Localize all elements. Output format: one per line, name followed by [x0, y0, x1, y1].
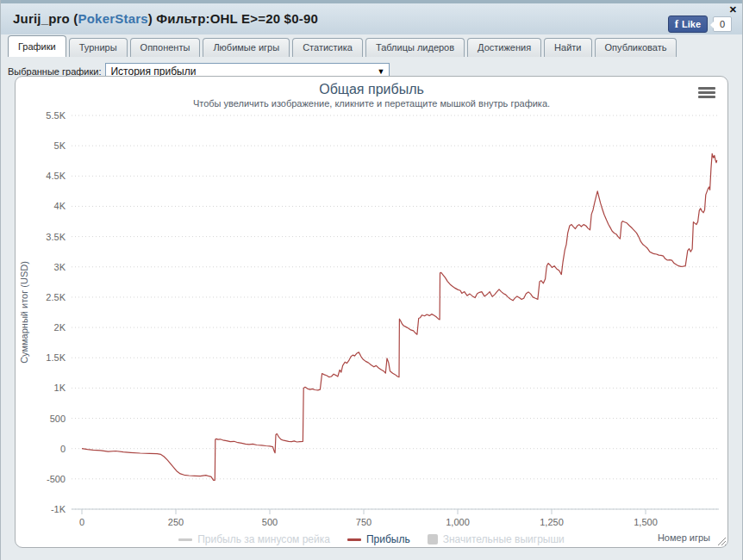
tab-strip: ГрафикиТурнирыОппонентыЛюбимые игрыСтати… [1, 34, 742, 57]
svg-text:-500: -500 [47, 474, 66, 484]
svg-text:750: 750 [356, 517, 372, 527]
chart-menu-icon[interactable] [698, 87, 715, 99]
svg-text:1K: 1K [54, 383, 66, 393]
close-icon[interactable]: ✕ [729, 5, 737, 15]
profit-chart-plot[interactable]: 5.5K5K4.5K4K3.5K3K2.5K2K1.5K1K5000-500-1… [16, 110, 728, 529]
svg-text:-1K: -1K [51, 504, 66, 514]
chart-subtitle: Чтобы увеличить изображение, кликните и … [16, 98, 727, 109]
page-title: Jurij_pro (PokerStars) Фильтр:OHL E>=20 … [13, 11, 318, 26]
header-bar: Jurij_pro (PokerStars) Фильтр:OHL E>=20 … [1, 0, 742, 34]
chart-title: Общая прибыль [16, 82, 727, 97]
legend-item-0[interactable]: Прибыль за минусом рейка [178, 533, 330, 545]
legend-square-icon [428, 534, 438, 544]
legend-label: Прибыль за минусом рейка [197, 533, 330, 545]
chart-legend: Прибыль за минусом рейкаПрибыльЗначитель… [16, 529, 727, 548]
legend-item-2[interactable]: Значительные выигрыши [428, 533, 565, 545]
svg-text:0: 0 [60, 444, 66, 454]
svg-text:1.5K: 1.5K [46, 352, 66, 363]
legend-line-icon [178, 538, 192, 541]
facebook-icon: f [675, 17, 678, 31]
facebook-like-button[interactable]: fLike [668, 16, 708, 33]
svg-text:1,500: 1,500 [634, 517, 658, 527]
svg-text:3K: 3K [54, 262, 66, 272]
legend-label: Значительные выигрыши [443, 533, 565, 545]
tab-2[interactable]: Оппоненты [130, 38, 201, 57]
tab-6[interactable]: Достижения [467, 38, 541, 57]
legend-item-1[interactable]: Прибыль [347, 533, 410, 545]
svg-text:500: 500 [262, 517, 278, 527]
svg-text:4K: 4K [54, 201, 66, 211]
tab-0[interactable]: Графики [8, 35, 66, 57]
tab-7[interactable]: Найти [544, 38, 591, 57]
tab-4[interactable]: Статистика [292, 38, 363, 57]
legend-line-icon [347, 538, 361, 541]
svg-text:5.5K: 5.5K [46, 110, 66, 121]
graph-select-label: Выбранные графики: [8, 66, 101, 77]
resize-handle-icon[interactable] [716, 536, 727, 546]
svg-text:5K: 5K [54, 140, 66, 151]
tab-5[interactable]: Таблицы лидеров [365, 38, 465, 57]
tab-8[interactable]: Опубликовать [595, 38, 677, 57]
svg-text:4.5K: 4.5K [46, 171, 66, 181]
filter-text: ) Фильтр:OHL E>=20 $0-90 [148, 11, 318, 26]
sharkscope-widget: Jurij_pro (PokerStars) Фильтр:OHL E>=20 … [1, 0, 742, 560]
legend-label: Прибыль [366, 533, 410, 545]
svg-text:Суммарный итог (USD): Суммарный итог (USD) [19, 261, 29, 364]
svg-text:500: 500 [50, 414, 66, 424]
pokerstars-link[interactable]: PokerStars [78, 11, 148, 26]
svg-text:0: 0 [79, 517, 84, 527]
svg-text:3.5K: 3.5K [46, 232, 66, 242]
like-count-badge: 0 [713, 16, 732, 32]
tab-1[interactable]: Турниры [69, 38, 128, 57]
x-axis-title: Номер игры [658, 532, 710, 543]
svg-text:1,250: 1,250 [540, 517, 564, 527]
svg-text:1,000: 1,000 [446, 517, 470, 527]
svg-text:2K: 2K [54, 322, 66, 333]
like-label: Like [682, 19, 701, 29]
chevron-down-icon: ▼ [378, 67, 385, 76]
player-name: Jurij_pro ( [13, 11, 78, 26]
chart-panel: Общая прибыль Чтобы увеличить изображени… [15, 76, 728, 548]
svg-text:250: 250 [168, 517, 184, 527]
tab-3[interactable]: Любимые игры [203, 38, 290, 57]
svg-text:2.5K: 2.5K [46, 292, 66, 302]
facebook-like-widget: fLike 0 [668, 16, 732, 33]
